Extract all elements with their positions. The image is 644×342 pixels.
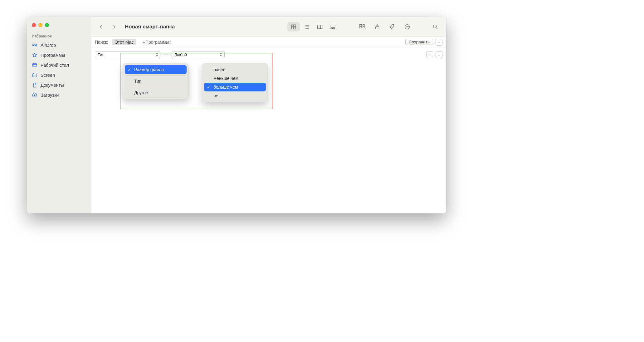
- menu-item-other[interactable]: Другое…: [125, 88, 187, 97]
- menu-item-label: Размер файла: [134, 67, 164, 72]
- svg-rect-1: [32, 64, 37, 66]
- minimize-window-button[interactable]: [38, 23, 42, 27]
- save-search-button[interactable]: Сохранить: [405, 39, 433, 45]
- back-button[interactable]: [97, 22, 105, 31]
- window-controls: [27, 21, 91, 34]
- sidebar-section-label: Избранное: [27, 34, 91, 40]
- tags-button[interactable]: [387, 22, 398, 32]
- check-icon: ✓: [127, 67, 132, 72]
- sidebar-item-desktop[interactable]: Рабочий стол: [27, 60, 91, 70]
- svg-point-21: [408, 27, 408, 27]
- search-button[interactable]: [430, 22, 441, 32]
- menu-item-equals[interactable]: равен: [204, 65, 266, 74]
- rule-remove-button[interactable]: −: [426, 51, 433, 58]
- svg-rect-5: [291, 27, 293, 29]
- view-icon-grid[interactable]: [287, 22, 300, 32]
- action-menu-button[interactable]: [402, 22, 412, 32]
- zoom-window-button[interactable]: [45, 23, 49, 27]
- svg-rect-14: [363, 24, 365, 26]
- scope-this-mac[interactable]: Этот Mac: [112, 39, 137, 45]
- menu-item-label: меньше чем: [213, 76, 238, 81]
- svg-rect-12: [360, 24, 362, 26]
- svg-rect-15: [363, 27, 365, 28]
- sidebar-item-label: Рабочий стол: [41, 63, 69, 68]
- sidebar: Избранное AirDrop Программы Рабочий стол…: [27, 17, 91, 213]
- rule-attribute-value: Тип: [98, 52, 105, 57]
- menu-separator: [127, 75, 185, 76]
- svg-point-0: [34, 45, 36, 46]
- svg-rect-11: [334, 28, 335, 29]
- scope-current-folder[interactable]: «Программы»: [140, 39, 174, 45]
- document-icon: [32, 82, 37, 88]
- desktop-icon: [32, 62, 37, 68]
- svg-rect-7: [318, 25, 322, 29]
- remove-search-button[interactable]: −: [436, 39, 442, 46]
- view-switcher: [287, 22, 339, 32]
- svg-rect-6: [294, 27, 296, 29]
- svg-point-18: [405, 24, 410, 29]
- svg-rect-13: [360, 27, 362, 28]
- view-list[interactable]: [300, 22, 313, 32]
- menu-item-file-size[interactable]: ✓ Размер файла: [125, 65, 187, 74]
- window-title: Новая смарт-папка: [125, 24, 175, 30]
- sidebar-item-label: Программы: [41, 53, 65, 58]
- attribute-popup-menu: ✓ Размер файла Тип Другое…: [123, 63, 188, 99]
- main-pane: Новая смарт-папка Поиск: Этот Mac: [91, 17, 446, 213]
- svg-point-20: [407, 27, 407, 27]
- menu-item-kind[interactable]: Тип: [125, 77, 187, 86]
- sidebar-item-airdrop[interactable]: AirDrop: [27, 40, 91, 50]
- check-icon: ✓: [207, 85, 211, 90]
- sidebar-item-label: AirDrop: [41, 43, 56, 48]
- svg-rect-9: [331, 28, 332, 29]
- search-scope-bar: Поиск: Этот Mac «Программы» Сохранить −: [91, 37, 446, 47]
- sidebar-item-applications[interactable]: Программы: [27, 50, 91, 60]
- svg-point-17: [393, 25, 393, 26]
- svg-rect-10: [332, 28, 333, 29]
- folder-icon: [32, 72, 37, 78]
- svg-rect-8: [331, 25, 335, 27]
- sidebar-item-documents[interactable]: Документы: [27, 80, 91, 90]
- updown-caret-icon: [219, 52, 223, 57]
- rule-value: Любой: [174, 52, 187, 57]
- close-window-button[interactable]: [32, 23, 36, 27]
- forward-button[interactable]: [110, 22, 119, 31]
- operator-popup-menu: равен меньше чем ✓ больше чем не: [202, 63, 268, 102]
- menu-separator: [127, 87, 185, 87]
- sidebar-item-label: Screen: [41, 73, 55, 78]
- sidebar-item-screen[interactable]: Screen: [27, 70, 91, 80]
- rule-attribute-select[interactable]: Тип: [95, 51, 160, 58]
- rule-add-button[interactable]: +: [436, 51, 442, 58]
- rule-separator: —: [163, 52, 168, 57]
- menu-item-label: не: [213, 93, 218, 98]
- search-label: Поиск:: [95, 40, 108, 45]
- toolbar: Новая смарт-папка: [91, 17, 446, 37]
- menu-item-not[interactable]: не: [204, 91, 266, 100]
- sidebar-item-label: Документы: [41, 83, 64, 88]
- view-gallery[interactable]: [327, 22, 339, 32]
- downloads-icon: [32, 92, 37, 98]
- menu-item-label: равен: [213, 67, 225, 72]
- svg-rect-4: [294, 25, 296, 27]
- airdrop-icon: [32, 42, 37, 48]
- menu-item-label: Другое…: [134, 90, 152, 95]
- svg-point-19: [406, 27, 407, 27]
- sidebar-item-label: Загрузки: [41, 93, 59, 98]
- applications-icon: [32, 52, 37, 58]
- rule-value-select[interactable]: Любой: [172, 51, 225, 58]
- view-columns[interactable]: [314, 22, 326, 32]
- sidebar-item-downloads[interactable]: Загрузки: [27, 90, 91, 100]
- group-by-button[interactable]: [357, 22, 368, 32]
- menu-item-label: Тип: [134, 79, 141, 84]
- updown-caret-icon: [155, 52, 159, 57]
- search-rule-row: Тип — Любой − +: [91, 47, 446, 60]
- menu-item-greater-than[interactable]: ✓ больше чем: [204, 83, 266, 91]
- svg-rect-3: [291, 25, 293, 27]
- menu-item-less-than[interactable]: меньше чем: [204, 74, 266, 83]
- finder-window: Избранное AirDrop Программы Рабочий стол…: [27, 17, 446, 213]
- menu-item-label: больше чем: [213, 85, 238, 90]
- svg-point-22: [433, 25, 437, 28]
- share-button[interactable]: [372, 22, 383, 32]
